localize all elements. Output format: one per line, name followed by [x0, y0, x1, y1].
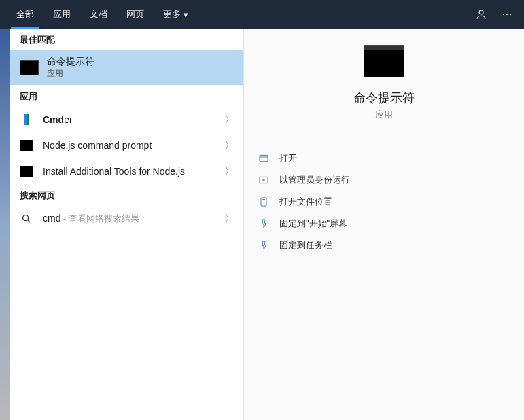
- app-item-nodejs-tools[interactable]: Install Additional Tools for Node.js 〉: [10, 158, 243, 184]
- action-open-location[interactable]: 打开文件位置: [258, 192, 510, 212]
- tab-docs[interactable]: 文档: [80, 0, 117, 29]
- terminal-icon: [20, 140, 33, 151]
- best-match-item[interactable]: 命令提示符 应用: [10, 50, 243, 85]
- svg-line-5: [28, 220, 30, 222]
- action-label: 固定到任务栏: [279, 239, 332, 251]
- svg-point-2: [506, 14, 508, 15]
- app-item-cmder[interactable]: Cmder 〉: [10, 107, 243, 133]
- tabs-container: 全部 应用 文档 网页 更多 ▾: [7, 0, 198, 29]
- chevron-down-icon: ▾: [184, 10, 188, 20]
- preview-panel: 命令提示符 应用 打开 以管理员身份运行 打开文件位置: [244, 29, 524, 420]
- tab-label: 更多: [163, 8, 181, 20]
- section-web: 搜索网页: [10, 184, 243, 206]
- search-icon: [20, 213, 33, 224]
- action-run-admin[interactable]: 以管理员身份运行: [258, 170, 510, 190]
- svg-point-4: [23, 215, 29, 221]
- preview-subtitle: 应用: [375, 109, 393, 121]
- svg-rect-9: [261, 198, 266, 206]
- app-label: Install Additional Tools for Node.js: [43, 166, 215, 177]
- best-match-text: 命令提示符 应用: [47, 56, 94, 80]
- action-label: 以管理员身份运行: [279, 174, 350, 186]
- tab-label: 全部: [16, 8, 34, 20]
- preview-header: 命令提示符 应用: [258, 45, 510, 121]
- tab-label: 网页: [126, 8, 144, 20]
- svg-point-3: [510, 14, 511, 15]
- web-search-item[interactable]: cmd - 查看网络搜索结果 〉: [10, 206, 243, 232]
- shield-icon: [258, 174, 270, 186]
- tab-apps[interactable]: 应用: [43, 0, 80, 29]
- top-actions: [471, 4, 517, 24]
- pin-icon: [258, 239, 270, 251]
- chevron-right-icon[interactable]: 〉: [225, 213, 234, 225]
- folder-icon: [258, 196, 270, 208]
- chevron-right-icon[interactable]: 〉: [225, 165, 234, 177]
- action-pin-taskbar[interactable]: 固定到任务栏: [258, 235, 510, 256]
- action-pin-start[interactable]: 固定到"开始"屏幕: [258, 213, 510, 234]
- tab-label: 文档: [90, 8, 107, 20]
- open-icon: [258, 152, 270, 164]
- tab-web[interactable]: 网页: [117, 0, 154, 29]
- cmd-large-icon: [364, 45, 404, 77]
- actions-list: 打开 以管理员身份运行 打开文件位置 固定到"开始"屏幕: [258, 148, 510, 256]
- tab-label: 应用: [53, 8, 71, 20]
- action-label: 固定到"开始"屏幕: [279, 217, 347, 230]
- best-match-title: 命令提示符: [47, 56, 94, 68]
- section-best-match: 最佳匹配: [10, 29, 243, 50]
- best-match-subtitle: 应用: [47, 68, 94, 80]
- cmd-icon: [20, 60, 39, 75]
- chevron-right-icon[interactable]: 〉: [225, 113, 234, 126]
- action-open[interactable]: 打开: [258, 148, 510, 169]
- left-edge-strip: [0, 29, 10, 420]
- top-tab-bar: 全部 应用 文档 网页 更多 ▾: [0, 0, 524, 29]
- action-label: 打开文件位置: [279, 196, 332, 208]
- more-icon[interactable]: [497, 4, 517, 24]
- tab-more[interactable]: 更多 ▾: [154, 0, 198, 29]
- svg-rect-6: [260, 155, 268, 161]
- cmder-icon: [20, 114, 33, 125]
- preview-title: 命令提示符: [353, 90, 415, 106]
- svg-point-1: [503, 14, 504, 15]
- chevron-right-icon[interactable]: 〉: [225, 139, 234, 152]
- web-search-label: cmd - 查看网络搜索结果: [43, 213, 215, 225]
- terminal-icon: [20, 166, 33, 177]
- app-item-nodejs-prompt[interactable]: Node.js command prompt 〉: [10, 133, 243, 158]
- results-panel: 最佳匹配 命令提示符 应用 应用 Cmder 〉 Node.js command…: [10, 29, 244, 420]
- section-apps: 应用: [10, 85, 243, 107]
- svg-point-0: [479, 10, 483, 14]
- feedback-icon[interactable]: [471, 4, 491, 24]
- pin-icon: [258, 217, 270, 230]
- app-label: Cmder: [43, 114, 215, 125]
- tab-all[interactable]: 全部: [7, 0, 43, 29]
- app-label: Node.js command prompt: [43, 140, 215, 151]
- action-label: 打开: [279, 152, 297, 164]
